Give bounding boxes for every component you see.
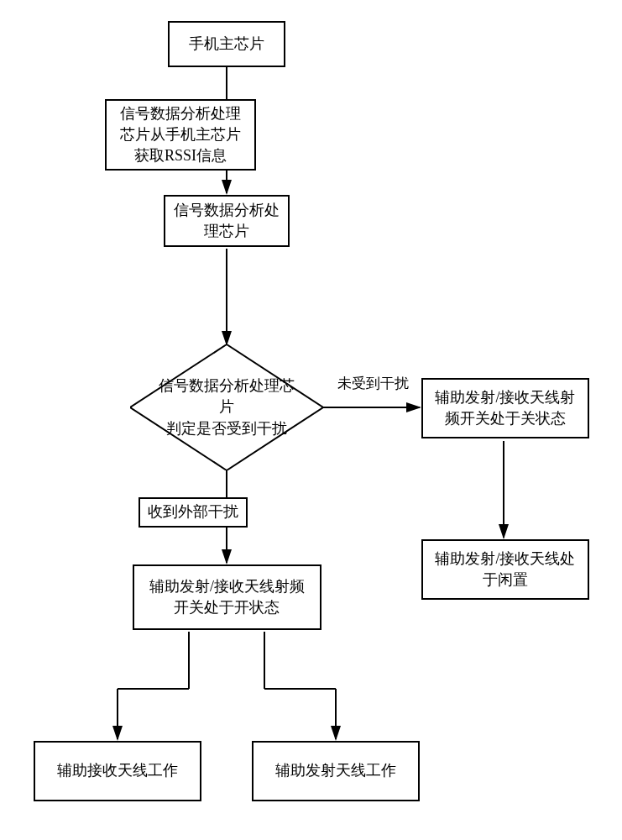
node-switch-on: 辅助发射/接收天线射频 开关处于开状态 [133, 564, 321, 630]
text-rx-work: 辅助接收天线工作 [57, 760, 178, 781]
node-decision: 信号数据分析处理芯片 判定是否受到干扰 [130, 344, 323, 470]
text-tx-work: 辅助发射天线工作 [275, 760, 396, 781]
text-antenna-idle: 辅助发射/接收天线处 于闲置 [435, 549, 575, 591]
node-switch-off: 辅助发射/接收天线射 频开关处于关状态 [421, 378, 589, 438]
text-switch-on: 辅助发射/接收天线射频 开关处于开状态 [149, 576, 305, 618]
node-signal-chip: 信号数据分析处 理芯片 [164, 195, 290, 247]
text-interference: 收到外部干扰 [148, 501, 238, 522]
label-interference: 收到外部干扰 [139, 497, 248, 528]
node-antenna-idle: 辅助发射/接收天线处 于闲置 [421, 539, 589, 600]
node-tx-work: 辅助发射天线工作 [252, 741, 420, 801]
node-main-chip: 手机主芯片 [168, 21, 285, 67]
label-no-interference: 未受到干扰 [336, 374, 410, 393]
text-rssi: 信号数据分析处理 芯片从手机主芯片 获取RSSI信息 [120, 103, 241, 167]
label-rssi: 信号数据分析处理 芯片从手机主芯片 获取RSSI信息 [105, 99, 256, 171]
text-switch-off: 辅助发射/接收天线射 频开关处于关状态 [435, 387, 575, 429]
node-rx-work: 辅助接收天线工作 [34, 741, 201, 801]
text-main-chip: 手机主芯片 [189, 34, 264, 55]
text-decision: 信号数据分析处理芯片 判定是否受到干扰 [155, 375, 298, 439]
text-signal-chip: 信号数据分析处 理芯片 [174, 200, 280, 242]
